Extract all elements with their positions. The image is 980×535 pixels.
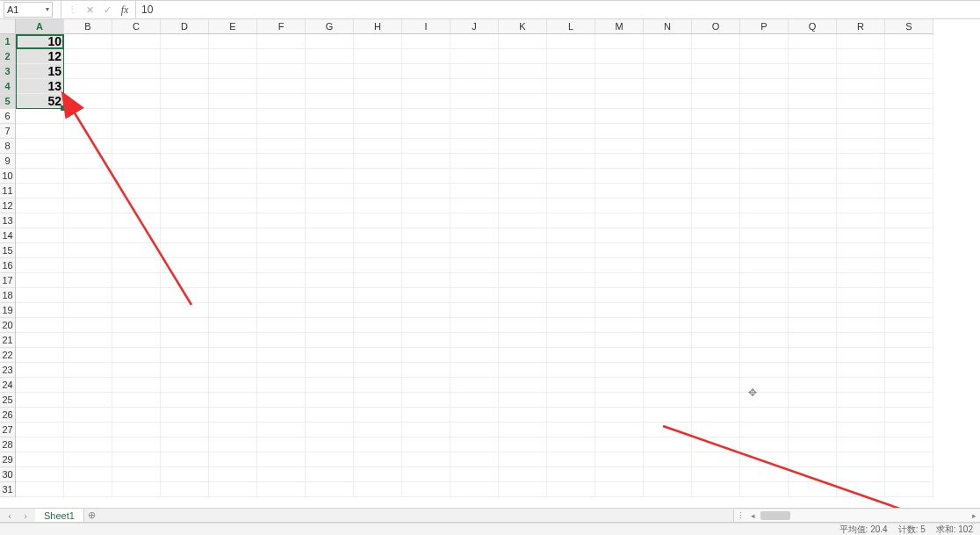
cell-G31[interactable] — [306, 482, 354, 497]
row-header-31[interactable]: 31 — [0, 482, 16, 497]
cell-B26[interactable] — [64, 408, 112, 423]
cell-L21[interactable] — [547, 333, 595, 348]
cell-Q23[interactable] — [789, 363, 837, 378]
cell-P19[interactable] — [740, 303, 789, 318]
cell-O6[interactable] — [692, 109, 740, 124]
cell-I15[interactable] — [402, 243, 450, 258]
cell-O3[interactable] — [692, 64, 740, 79]
cell-H10[interactable] — [354, 169, 402, 184]
cell-O27[interactable] — [692, 423, 740, 437]
cell-L8[interactable] — [547, 139, 595, 154]
cell-G29[interactable] — [306, 452, 354, 467]
cell-M7[interactable] — [595, 124, 644, 139]
cell-R13[interactable] — [837, 213, 885, 228]
cell-K15[interactable] — [499, 243, 547, 258]
cell-N6[interactable] — [644, 109, 692, 124]
cell-I21[interactable] — [402, 333, 450, 348]
cell-C4[interactable] — [112, 79, 161, 94]
cell-E23[interactable] — [209, 363, 257, 378]
cell-R18[interactable] — [837, 288, 885, 303]
cell-H6[interactable] — [354, 109, 402, 124]
col-header-Q[interactable]: Q — [789, 19, 837, 34]
cell-F20[interactable] — [257, 318, 306, 333]
cell-F3[interactable] — [257, 64, 306, 79]
cell-P28[interactable] — [740, 437, 789, 452]
cell-J20[interactable] — [450, 318, 499, 333]
cell-J7[interactable] — [450, 124, 499, 139]
cell-I6[interactable] — [402, 109, 450, 124]
cell-F30[interactable] — [257, 467, 306, 482]
cell-D18[interactable] — [161, 288, 209, 303]
cell-I10[interactable] — [402, 169, 450, 184]
cell-E27[interactable] — [209, 423, 257, 437]
cell-D6[interactable] — [161, 109, 209, 124]
cell-R26[interactable] — [837, 408, 885, 423]
cell-E4[interactable] — [209, 79, 257, 94]
col-header-R[interactable]: R — [837, 19, 885, 34]
cell-I14[interactable] — [402, 228, 450, 243]
cell-P18[interactable] — [740, 288, 789, 303]
cell-I29[interactable] — [402, 452, 450, 467]
row-header-22[interactable]: 22 — [0, 348, 16, 363]
cell-D31[interactable] — [161, 482, 209, 497]
cell-Q21[interactable] — [789, 333, 837, 348]
cell-R20[interactable] — [837, 318, 885, 333]
cell-D23[interactable] — [161, 363, 209, 378]
cell-A26[interactable] — [16, 408, 64, 423]
cell-R3[interactable] — [837, 64, 885, 79]
cell-M21[interactable] — [595, 333, 644, 348]
cell-I24[interactable] — [402, 378, 450, 393]
cell-R30[interactable] — [837, 467, 885, 482]
cell-N9[interactable] — [644, 154, 692, 169]
cell-L17[interactable] — [547, 273, 595, 288]
cell-P6[interactable] — [740, 109, 789, 124]
cell-N28[interactable] — [644, 437, 692, 452]
cell-B18[interactable] — [64, 288, 112, 303]
cell-G21[interactable] — [306, 333, 354, 348]
cell-S6[interactable] — [885, 109, 933, 124]
cell-M25[interactable] — [595, 393, 644, 408]
cell-K13[interactable] — [499, 213, 547, 228]
cell-N22[interactable] — [644, 348, 692, 363]
cell-I26[interactable] — [402, 408, 450, 423]
row-header-1[interactable]: 1 — [0, 34, 16, 49]
cell-G10[interactable] — [306, 169, 354, 184]
cell-B12[interactable] — [64, 199, 112, 213]
row-header-6[interactable]: 6 — [0, 109, 16, 124]
cell-A9[interactable] — [16, 154, 64, 169]
cell-Q8[interactable] — [789, 139, 837, 154]
cell-J25[interactable] — [450, 393, 499, 408]
cell-F2[interactable] — [257, 49, 306, 64]
cell-H16[interactable] — [354, 258, 402, 273]
cell-I28[interactable] — [402, 437, 450, 452]
cell-P9[interactable] — [740, 154, 789, 169]
cell-B11[interactable] — [64, 184, 112, 199]
cell-O12[interactable] — [692, 199, 740, 213]
cell-R16[interactable] — [837, 258, 885, 273]
cell-Q3[interactable] — [789, 64, 837, 79]
cell-I7[interactable] — [402, 124, 450, 139]
cell-E10[interactable] — [209, 169, 257, 184]
select-all-corner[interactable] — [0, 19, 16, 34]
cell-D7[interactable] — [161, 124, 209, 139]
cell-I17[interactable] — [402, 273, 450, 288]
cell-G5[interactable] — [306, 94, 354, 109]
cell-H24[interactable] — [354, 378, 402, 393]
cell-O16[interactable] — [692, 258, 740, 273]
cell-O15[interactable] — [692, 243, 740, 258]
cell-D25[interactable] — [161, 393, 209, 408]
cell-J17[interactable] — [450, 273, 499, 288]
cell-F14[interactable] — [257, 228, 306, 243]
cell-H12[interactable] — [354, 199, 402, 213]
cell-S11[interactable] — [885, 184, 933, 199]
cell-B29[interactable] — [64, 452, 112, 467]
cell-J29[interactable] — [450, 452, 499, 467]
cell-K2[interactable] — [499, 49, 547, 64]
cell-D14[interactable] — [161, 228, 209, 243]
cell-P11[interactable] — [740, 184, 789, 199]
cell-G7[interactable] — [306, 124, 354, 139]
row-header-23[interactable]: 23 — [0, 363, 16, 378]
cell-L16[interactable] — [547, 258, 595, 273]
cell-P17[interactable] — [740, 273, 789, 288]
cell-K22[interactable] — [499, 348, 547, 363]
